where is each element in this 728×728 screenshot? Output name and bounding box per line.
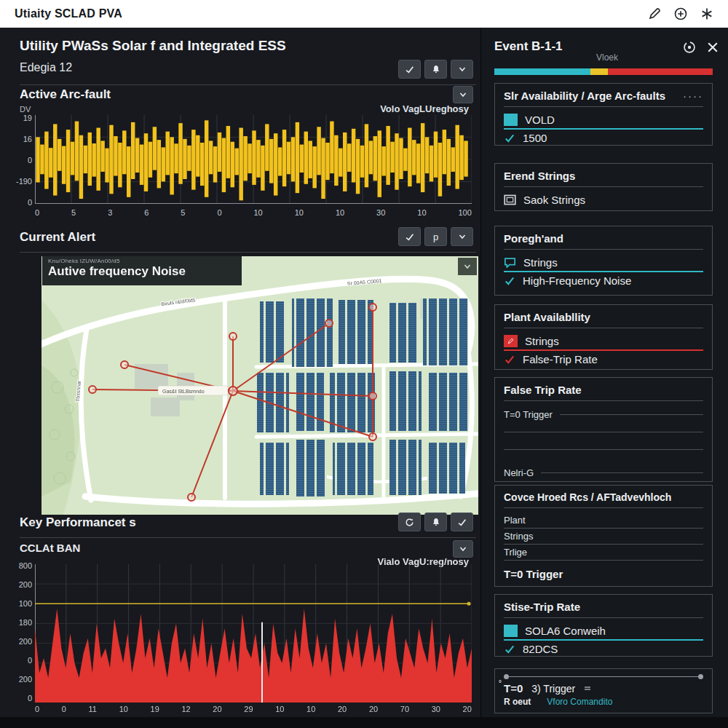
tick-label: 29 — [244, 705, 253, 713]
plant-map[interactable]: Beuls r&ld/0ld5 Sr 00A5 C0001 Tbssnnar G… — [41, 256, 478, 515]
page-title: Utility PWaSs Solar f and Integrated ESS — [20, 38, 286, 54]
section-title-current-alert: Current Alert — [20, 230, 95, 245]
metric-label: VOLD — [525, 114, 555, 126]
row-label: Strings — [525, 335, 559, 347]
kpi-chevron-button[interactable] — [453, 540, 473, 558]
map-chevron-button[interactable] — [458, 258, 477, 275]
tick-label: 10 — [275, 705, 284, 713]
close-icon[interactable] — [706, 41, 719, 54]
row-label: Strings — [504, 531, 533, 542]
arc-fault-chevron-button[interactable] — [453, 86, 473, 103]
tick-label: 11 — [89, 705, 97, 713]
tick-label: 0 — [217, 208, 221, 217]
card-title: Poregh'and — [504, 232, 563, 245]
tick-label: 12 — [181, 705, 190, 713]
trigger-slider-top[interactable] — [504, 672, 703, 681]
topbar: Utiaity SCLAD PVA — [0, 0, 728, 28]
progress-segment — [590, 68, 608, 75]
tick-label: 0 — [35, 705, 39, 713]
row-label: Plant — [504, 515, 526, 526]
tick-label: 100 — [19, 599, 32, 608]
bottom-strip — [0, 717, 728, 728]
card-title: Covce Hroed Rcs / AFTadvevhloch — [504, 491, 671, 503]
tick-label: 20 — [369, 705, 378, 713]
refresh-button[interactable] — [398, 513, 421, 531]
tick-label: 100 — [458, 208, 471, 217]
row-label: High-Frequency Noise — [523, 274, 631, 287]
card-menu-dots[interactable]: ···· — [683, 90, 703, 102]
tick-label: 0 — [62, 705, 66, 713]
map-canvas: Beuls r&ld/0ld5 Sr 00A5 C0001 Tbssnnar G… — [41, 256, 478, 515]
add-circle-icon[interactable] — [674, 7, 687, 20]
tick-label: 0 — [28, 156, 32, 165]
legend-square-icon — [504, 625, 518, 637]
trigger-sub-right[interactable]: Vforo Comandito — [547, 697, 612, 707]
chart1-legend: Volo VagLUreghosy — [380, 103, 469, 114]
edit-pen-icon[interactable] — [648, 7, 661, 20]
app-title: Utiaity SCLAD PVA — [15, 7, 122, 20]
row-label: 82DCS — [523, 643, 558, 655]
tick-label: 800 — [19, 561, 32, 570]
settings-asterisk-icon[interactable] — [700, 7, 713, 20]
chart1-y-ticks: 19160-1900 — [10, 114, 32, 207]
kpi-toolbar — [398, 513, 473, 531]
check-icon — [504, 276, 515, 286]
tick-label: 0 — [28, 694, 32, 703]
card-title: Plant Availabllity — [504, 311, 590, 323]
card-footer-label: T=0 Trigger — [504, 568, 703, 580]
t0-label: T=0 — [504, 682, 523, 695]
trigger-slider-bottom[interactable] — [584, 686, 703, 692]
chart2-y-ticks: 80020010018020002000 — [6, 561, 32, 703]
progress-segment — [494, 68, 590, 75]
event-status-progressbar — [494, 68, 713, 75]
row-label: Saok Strings — [523, 194, 585, 206]
tick-label: 10 — [336, 208, 344, 217]
section-title-arc-fault: Active Arc-fault — [20, 87, 111, 102]
tick-label: 30 — [376, 208, 385, 217]
card-foreground: Poregh'and Strings High-Frequency Noise — [494, 226, 713, 296]
trigger-label: 3) Trigger — [531, 683, 575, 695]
confirm-button[interactable] — [451, 513, 473, 531]
chart1-y-axis-title: DV — [20, 105, 31, 114]
card-title: Slr Availability / Arge Arc-faults — [504, 90, 665, 102]
tick-label: 20 — [463, 705, 472, 713]
card-trigger-slider: T=0 3) Trigger R oeut Vforo Comandito — [494, 668, 713, 713]
kpi-area-chart — [35, 564, 472, 703]
row-label: Trlige — [504, 547, 527, 558]
tick-label: 200 — [19, 637, 32, 646]
tick-label: 5 — [181, 208, 185, 217]
tick-label: 16 — [23, 135, 32, 143]
card-trip-rate: Stise-Trip Rate SOLA6 Conweih 82DCS — [494, 594, 713, 657]
tick-label: 10 — [306, 705, 315, 713]
tick-label: 10 — [295, 208, 304, 217]
record-circle-icon[interactable] — [683, 41, 696, 54]
confirm-button[interactable] — [398, 227, 421, 246]
card-false-trip-rate: False Trip Rate T=0 Trigger Nelri-G — [494, 377, 713, 482]
tick-label: 10 — [119, 705, 128, 713]
tick-label: 20 — [338, 705, 347, 713]
collapse-chevron-button[interactable] — [451, 60, 473, 79]
tick-label: 0 — [35, 208, 39, 217]
divider — [20, 252, 476, 253]
tick-label: 5 — [71, 208, 76, 217]
card-availability: Slr Availability / Arge Arc-faults ···· … — [494, 83, 713, 146]
tick-label: 3 — [108, 208, 112, 217]
alarm-bell-button[interactable] — [424, 513, 447, 531]
check-icon — [504, 355, 515, 365]
hub-label: Gas&t StLBsmndo — [162, 389, 205, 394]
tick-label: 20 — [213, 705, 221, 713]
map-alert-overlay: Knu/Oheks IZUW/An00/d5 Autive frequency … — [42, 256, 242, 285]
chart1-x-ticks: 0536501010103010100 — [35, 208, 472, 217]
confirm-button[interactable] — [398, 60, 421, 79]
divider — [20, 537, 476, 538]
tick-label: 0 — [28, 656, 32, 665]
kpi-subtitle: CCLAt BAN — [20, 542, 80, 554]
collapse-chevron-button[interactable] — [451, 227, 473, 246]
tick-label: 200 — [19, 675, 32, 684]
tick-label: 19 — [151, 705, 159, 713]
display-icon — [504, 194, 516, 205]
p-button[interactable]: p — [424, 227, 447, 246]
check-icon — [504, 644, 515, 654]
tick-label: 6 — [144, 208, 149, 217]
alarm-bell-button[interactable] — [424, 60, 447, 79]
